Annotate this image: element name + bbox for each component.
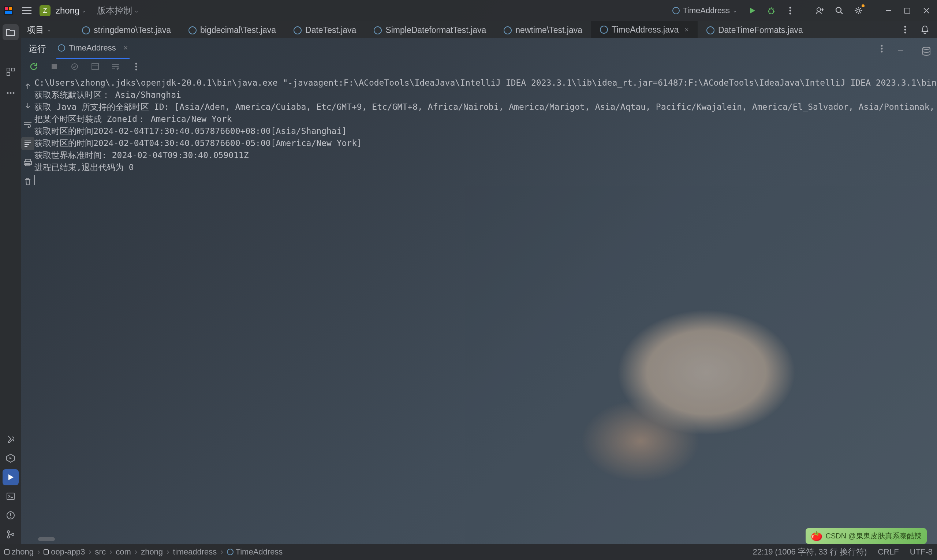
search-button[interactable] bbox=[832, 3, 847, 18]
svg-point-17 bbox=[13, 92, 15, 94]
svg-point-24 bbox=[881, 45, 883, 47]
file-tab-label: bigdecimal\Test.java bbox=[200, 25, 276, 35]
file-tab[interactable]: SimpleDateformatTest.java bbox=[365, 21, 495, 38]
chevron-down-icon: ⌄ bbox=[733, 8, 737, 14]
svg-point-31 bbox=[135, 66, 137, 68]
breadcrumb-item[interactable]: zhong bbox=[12, 547, 34, 557]
project-tool-button[interactable] bbox=[3, 24, 18, 40]
svg-rect-8 bbox=[905, 8, 910, 13]
class-icon bbox=[706, 26, 714, 34]
breadcrumb-item[interactable]: com bbox=[115, 547, 131, 557]
breadcrumb-item[interactable]: zhong bbox=[141, 547, 163, 557]
scroll-down-button[interactable] bbox=[21, 99, 34, 112]
svg-point-15 bbox=[7, 92, 9, 94]
soft-wrap-button[interactable] bbox=[109, 60, 122, 73]
build-tool-button[interactable] bbox=[3, 431, 18, 447]
svg-point-2 bbox=[789, 7, 791, 9]
file-tab[interactable]: DateTest.java bbox=[285, 21, 365, 38]
svg-point-25 bbox=[881, 48, 883, 50]
more-tools-button[interactable] bbox=[3, 85, 18, 101]
scroll-to-end-button[interactable] bbox=[21, 137, 34, 150]
stop-button[interactable] bbox=[48, 60, 61, 73]
breadcrumb-item[interactable]: oop-app3 bbox=[51, 547, 85, 557]
line-separator[interactable]: CRLF bbox=[878, 547, 899, 557]
svg-point-9 bbox=[905, 26, 906, 28]
scrollbar-thumb[interactable] bbox=[38, 537, 55, 541]
close-window-button[interactable] bbox=[919, 3, 934, 18]
vcs-dropdown[interactable]: 版本控制 ⌄ bbox=[97, 5, 139, 17]
breadcrumb-item[interactable]: TimeAddress bbox=[236, 547, 283, 557]
svg-point-32 bbox=[135, 69, 137, 71]
close-tab-icon[interactable]: × bbox=[685, 26, 689, 34]
database-tool-button[interactable] bbox=[919, 43, 934, 59]
minimize-button[interactable] bbox=[881, 3, 896, 18]
project-name-dropdown[interactable]: zhong ⌄ bbox=[55, 6, 86, 16]
clear-all-button[interactable] bbox=[21, 175, 34, 188]
project-name-label: zhong bbox=[55, 6, 79, 16]
console-output[interactable]: C:\Users\zhong\.jdks\openjdk-20.0.1\bin\… bbox=[34, 74, 937, 537]
svg-point-23 bbox=[923, 47, 930, 49]
print-button[interactable] bbox=[21, 156, 34, 169]
wrap-toggle-button[interactable] bbox=[21, 118, 34, 131]
svg-point-20 bbox=[7, 531, 9, 533]
main-menu-button[interactable] bbox=[19, 3, 34, 18]
notifications-button[interactable] bbox=[917, 22, 932, 37]
maximize-button[interactable] bbox=[900, 3, 915, 18]
svg-rect-14 bbox=[7, 72, 10, 75]
file-tab[interactable]: DateTimeFormats.java bbox=[698, 21, 812, 38]
settings-button[interactable] bbox=[851, 3, 866, 18]
run-panel-title: 运行 bbox=[29, 38, 46, 60]
run-panel: 运行 TimeAddress × bbox=[21, 38, 916, 544]
svg-point-1 bbox=[769, 9, 774, 14]
terminal-tool-button[interactable] bbox=[3, 488, 18, 505]
rerun-button[interactable] bbox=[27, 60, 40, 73]
svg-point-10 bbox=[905, 29, 906, 31]
horizontal-scrollbar[interactable] bbox=[38, 537, 937, 542]
file-tab[interactable]: TimeAddress.java× bbox=[591, 21, 698, 38]
caret-position[interactable]: 22:19 (1006 字符, 33 行 换行符) bbox=[752, 546, 867, 557]
run-options-button[interactable] bbox=[874, 41, 889, 56]
code-with-me-button[interactable] bbox=[812, 3, 828, 18]
chevron-down-icon: ⌄ bbox=[134, 8, 139, 14]
file-tab[interactable]: bigdecimal\Test.java bbox=[180, 21, 285, 38]
services-tool-button[interactable] bbox=[3, 450, 18, 466]
tabs-more-button[interactable] bbox=[897, 22, 913, 37]
run-tool-button[interactable] bbox=[3, 469, 18, 485]
svg-point-22 bbox=[12, 533, 14, 535]
run-configuration-selector[interactable]: TimeAddress ⌄ bbox=[669, 5, 741, 17]
class-icon bbox=[294, 26, 302, 34]
structure-tool-button[interactable] bbox=[3, 64, 18, 80]
file-tab[interactable]: stringdemo\Test.java bbox=[73, 21, 180, 38]
run-toolbar bbox=[21, 59, 916, 74]
filter-button[interactable] bbox=[68, 60, 81, 73]
breadcrumb-item[interactable]: src bbox=[95, 547, 106, 557]
breadcrumb-item[interactable]: timeaddress bbox=[173, 547, 217, 557]
svg-rect-29 bbox=[92, 64, 98, 69]
file-tab[interactable]: newtime\Test.java bbox=[495, 21, 591, 38]
hide-panel-button[interactable] bbox=[893, 41, 908, 56]
class-icon bbox=[504, 26, 512, 34]
svg-point-30 bbox=[135, 63, 137, 65]
run-config-tab[interactable]: TimeAddress × bbox=[56, 38, 129, 59]
run-panel-header: 运行 TimeAddress × bbox=[21, 38, 916, 59]
project-tool-selector[interactable]: 项目 ⌄ bbox=[27, 21, 51, 38]
run-button[interactable] bbox=[745, 3, 760, 18]
file-tab-label: SimpleDateformatTest.java bbox=[385, 25, 486, 35]
problems-tool-button[interactable] bbox=[3, 507, 18, 523]
vcs-tool-button[interactable] bbox=[3, 526, 18, 542]
project-avatar: Z bbox=[40, 5, 51, 16]
vcs-label: 版本控制 bbox=[97, 5, 132, 17]
svg-point-26 bbox=[881, 51, 883, 53]
svg-rect-12 bbox=[7, 68, 10, 71]
debug-button[interactable] bbox=[763, 3, 779, 18]
file-encoding[interactable]: UTF-8 bbox=[910, 547, 932, 557]
watermark-text: CSDN @鬼鬼皮肤真系泰酷辣 bbox=[825, 531, 922, 541]
more-actions-button[interactable] bbox=[783, 3, 798, 18]
file-tab-label: TimeAddress.java bbox=[612, 25, 679, 35]
class-icon bbox=[82, 26, 90, 34]
layout-button[interactable] bbox=[89, 60, 102, 73]
close-tab-icon[interactable]: × bbox=[123, 43, 128, 53]
toolbar-more-button[interactable] bbox=[129, 60, 143, 73]
scroll-up-button[interactable] bbox=[21, 80, 34, 93]
breadcrumb[interactable]: zhong›oop-app3›src›com›zhong›timeaddress… bbox=[5, 547, 283, 557]
